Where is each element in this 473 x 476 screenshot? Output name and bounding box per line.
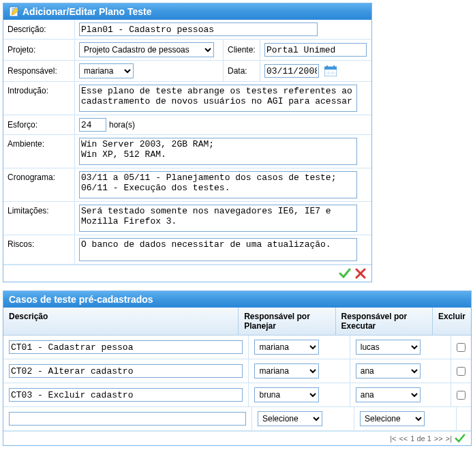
row-descricao-input[interactable] [9, 412, 246, 426]
th-executar: Responsável por Executar [336, 308, 433, 335]
pager-prev[interactable]: << [399, 434, 408, 443]
row-executar-select[interactable]: ana [356, 387, 421, 402]
th-descricao: Descrição [3, 308, 239, 335]
pager-first[interactable]: |< [390, 434, 396, 443]
th-planejar: Responsável por Planejar [239, 308, 335, 335]
svg-rect-3 [326, 65, 328, 68]
svg-rect-4 [333, 65, 335, 68]
label-ambiente: Ambiente: [3, 135, 74, 168]
pager-last[interactable]: >| [446, 434, 452, 443]
cancel-icon[interactable] [355, 268, 366, 279]
edit-icon [9, 6, 20, 17]
input-descricao[interactable] [79, 23, 318, 36]
pager-next[interactable]: >> [434, 434, 443, 443]
row-descricao-input[interactable] [9, 340, 243, 354]
row-executar-select[interactable]: Selecione [360, 411, 425, 426]
row-descricao-input[interactable] [9, 388, 243, 402]
label-limitacoes: Limitações: [3, 202, 74, 235]
form-body: Descrição: Projeto: Projeto Cadastro de … [3, 20, 371, 282]
svg-rect-2 [324, 67, 337, 70]
input-esforco[interactable] [79, 118, 106, 132]
row-planejar-select[interactable]: mariana [254, 340, 319, 355]
confirm-icon[interactable] [339, 268, 351, 279]
label-introducao: Introdução: [3, 82, 74, 115]
label-data: Data: [223, 61, 260, 81]
textarea-cronograma[interactable]: 03/11 a 05/11 - Planejamento dos casos d… [79, 171, 357, 198]
grid-title: Casos de teste pré-cadastrados [9, 294, 153, 305]
table-row: SelecioneSelecione [3, 407, 471, 431]
label-responsavel: Responsável: [3, 61, 74, 81]
textarea-riscos[interactable]: O banco de dados necessitar de uma atual… [79, 238, 357, 261]
grid-header-row: Descrição Responsável por Planejar Respo… [3, 308, 471, 336]
grid-body: marianalucasmarianaanabrunaanaSelecioneS… [3, 336, 471, 431]
row-planejar-select[interactable]: Selecione [258, 411, 322, 426]
pager-text: 1 de 1 [410, 434, 431, 443]
calendar-icon[interactable] [324, 65, 337, 76]
th-excluir: Excluir [433, 308, 471, 335]
esforco-suffix: hora(s) [109, 120, 135, 130]
table-row: marianaana [3, 359, 471, 383]
row-excluir-checkbox[interactable] [457, 343, 466, 352]
form-panel-header: Adicionar/Editar Plano Teste [3, 3, 371, 20]
label-cliente: Cliente: [223, 40, 260, 60]
row-descricao-input[interactable] [9, 364, 243, 378]
select-responsavel[interactable]: mariana [79, 63, 134, 78]
form-panel: Adicionar/Editar Plano Teste Descrição: … [3, 3, 372, 282]
input-data[interactable] [264, 64, 319, 78]
form-title: Adicionar/Editar Plano Teste [22, 6, 152, 17]
label-esforco: Esforço: [3, 115, 74, 134]
select-projeto[interactable]: Projeto Cadastro de pessoas [79, 42, 214, 57]
table-row: brunaana [3, 383, 471, 407]
row-executar-select[interactable]: ana [356, 363, 421, 378]
textarea-ambiente[interactable]: Win Server 2003, 2GB RAM; Win XP, 512 RA… [79, 138, 357, 165]
pager: |< << 1 de 1 >> >| [3, 431, 471, 445]
row-excluir-checkbox[interactable] [457, 367, 466, 376]
pager-confirm-icon[interactable] [455, 434, 466, 443]
label-riscos: Riscos: [3, 235, 74, 264]
grid-panel: Casos de teste pré-cadastrados Descrição… [3, 291, 472, 446]
label-cronograma: Cronograma: [3, 168, 74, 201]
row-planejar-select[interactable]: mariana [254, 363, 319, 378]
row-planejar-select[interactable]: bruna [254, 387, 319, 402]
input-cliente[interactable] [264, 43, 367, 57]
label-projeto: Projeto: [3, 40, 74, 60]
table-row: marianalucas [3, 336, 471, 359]
textarea-limitacoes[interactable]: Será testado somente nos navegadores IE6… [79, 205, 357, 232]
textarea-introducao[interactable]: Esse plano de teste abrange os testes re… [79, 85, 357, 112]
row-executar-select[interactable]: lucas [356, 340, 421, 355]
row-excluir-checkbox[interactable] [457, 391, 466, 400]
label-descricao: Descrição: [3, 20, 74, 39]
grid-panel-header: Casos de teste pré-cadastrados [3, 291, 471, 308]
form-actions [3, 265, 371, 282]
